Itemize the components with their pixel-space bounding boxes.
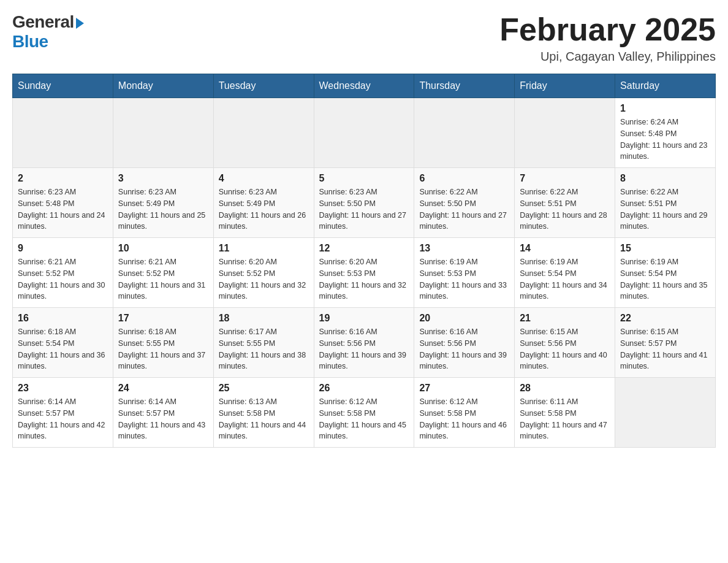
calendar-cell: 16Sunrise: 6:18 AMSunset: 5:54 PMDayligh…: [13, 308, 113, 378]
week-row-1: 1Sunrise: 6:24 AMSunset: 5:48 PMDaylight…: [13, 98, 716, 168]
day-info: Sunrise: 6:17 AMSunset: 5:55 PMDaylight:…: [219, 326, 309, 372]
calendar-cell: 22Sunrise: 6:15 AMSunset: 5:57 PMDayligh…: [615, 308, 716, 378]
day-info: Sunrise: 6:11 AMSunset: 5:58 PMDaylight:…: [520, 396, 610, 442]
day-number: 8: [620, 173, 710, 184]
week-row-2: 2Sunrise: 6:23 AMSunset: 5:48 PMDaylight…: [13, 168, 716, 238]
day-number: 12: [319, 243, 409, 254]
day-number: 6: [419, 173, 509, 184]
day-number: 21: [520, 313, 610, 324]
day-number: 28: [520, 383, 610, 394]
logo-general-text: General: [12, 12, 84, 31]
calendar-cell: [213, 98, 314, 168]
day-info: Sunrise: 6:23 AMSunset: 5:50 PMDaylight:…: [319, 186, 409, 232]
day-number: 16: [18, 313, 108, 324]
month-title: February 2025: [499, 12, 716, 47]
logo-top-row: General: [12, 12, 84, 32]
calendar-cell: 24Sunrise: 6:14 AMSunset: 5:57 PMDayligh…: [113, 378, 213, 448]
calendar-cell: 9Sunrise: 6:21 AMSunset: 5:52 PMDaylight…: [13, 238, 113, 308]
day-number: 19: [319, 313, 409, 324]
calendar-cell: 27Sunrise: 6:12 AMSunset: 5:58 PMDayligh…: [414, 378, 515, 448]
calendar-cell: [615, 378, 716, 448]
day-info: Sunrise: 6:20 AMSunset: 5:53 PMDaylight:…: [319, 256, 409, 302]
day-info: Sunrise: 6:18 AMSunset: 5:54 PMDaylight:…: [18, 326, 108, 372]
day-info: Sunrise: 6:20 AMSunset: 5:52 PMDaylight:…: [219, 256, 309, 302]
day-number: 10: [118, 243, 208, 254]
calendar-cell: 11Sunrise: 6:20 AMSunset: 5:52 PMDayligh…: [213, 238, 314, 308]
day-info: Sunrise: 6:19 AMSunset: 5:53 PMDaylight:…: [419, 256, 509, 302]
day-info: Sunrise: 6:14 AMSunset: 5:57 PMDaylight:…: [118, 396, 208, 442]
logo-arrow-icon: [76, 18, 84, 29]
day-number: 13: [419, 243, 509, 254]
calendar-cell: 8Sunrise: 6:22 AMSunset: 5:51 PMDaylight…: [615, 168, 716, 238]
day-info: Sunrise: 6:24 AMSunset: 5:48 PMDaylight:…: [620, 117, 710, 163]
calendar-cell: 18Sunrise: 6:17 AMSunset: 5:55 PMDayligh…: [213, 308, 314, 378]
day-number: 3: [118, 173, 208, 184]
calendar-cell: [414, 98, 515, 168]
day-info: Sunrise: 6:21 AMSunset: 5:52 PMDaylight:…: [18, 256, 108, 302]
day-number: 23: [18, 383, 108, 394]
calendar-cell: 28Sunrise: 6:11 AMSunset: 5:58 PMDayligh…: [515, 378, 615, 448]
logo-bottom-row: Blue: [12, 32, 48, 52]
week-row-5: 23Sunrise: 6:14 AMSunset: 5:57 PMDayligh…: [13, 378, 716, 448]
calendar-cell: 2Sunrise: 6:23 AMSunset: 5:48 PMDaylight…: [13, 168, 113, 238]
day-info: Sunrise: 6:19 AMSunset: 5:54 PMDaylight:…: [620, 256, 710, 302]
calendar-cell: 15Sunrise: 6:19 AMSunset: 5:54 PMDayligh…: [615, 238, 716, 308]
calendar-cell: 26Sunrise: 6:12 AMSunset: 5:58 PMDayligh…: [314, 378, 414, 448]
calendar-cell: 13Sunrise: 6:19 AMSunset: 5:53 PMDayligh…: [414, 238, 515, 308]
day-number: 5: [319, 173, 409, 184]
day-number: 22: [620, 313, 710, 324]
calendar-cell: 1Sunrise: 6:24 AMSunset: 5:48 PMDaylight…: [615, 98, 716, 168]
day-number: 17: [118, 313, 208, 324]
day-info: Sunrise: 6:15 AMSunset: 5:57 PMDaylight:…: [620, 326, 710, 372]
calendar-cell: 21Sunrise: 6:15 AMSunset: 5:56 PMDayligh…: [515, 308, 615, 378]
day-number: 15: [620, 243, 710, 254]
calendar-cell: 3Sunrise: 6:23 AMSunset: 5:49 PMDaylight…: [113, 168, 213, 238]
calendar-cell: 20Sunrise: 6:16 AMSunset: 5:56 PMDayligh…: [414, 308, 515, 378]
logo-blue-text: Blue: [12, 32, 48, 51]
day-info: Sunrise: 6:18 AMSunset: 5:55 PMDaylight:…: [118, 326, 208, 372]
day-number: 14: [520, 243, 610, 254]
day-info: Sunrise: 6:12 AMSunset: 5:58 PMDaylight:…: [419, 396, 509, 442]
day-info: Sunrise: 6:15 AMSunset: 5:56 PMDaylight:…: [520, 326, 610, 372]
day-number: 27: [419, 383, 509, 394]
day-number: 25: [219, 383, 309, 394]
header-wednesday: Wednesday: [314, 74, 414, 98]
day-info: Sunrise: 6:16 AMSunset: 5:56 PMDaylight:…: [419, 326, 509, 372]
day-info: Sunrise: 6:21 AMSunset: 5:52 PMDaylight:…: [118, 256, 208, 302]
weekday-header-row: Sunday Monday Tuesday Wednesday Thursday…: [13, 74, 716, 98]
calendar-cell: 6Sunrise: 6:22 AMSunset: 5:50 PMDaylight…: [414, 168, 515, 238]
day-info: Sunrise: 6:22 AMSunset: 5:50 PMDaylight:…: [419, 186, 509, 232]
calendar-cell: 19Sunrise: 6:16 AMSunset: 5:56 PMDayligh…: [314, 308, 414, 378]
header-saturday: Saturday: [615, 74, 716, 98]
calendar-cell: 12Sunrise: 6:20 AMSunset: 5:53 PMDayligh…: [314, 238, 414, 308]
day-number: 7: [520, 173, 610, 184]
calendar-cell: 17Sunrise: 6:18 AMSunset: 5:55 PMDayligh…: [113, 308, 213, 378]
day-info: Sunrise: 6:12 AMSunset: 5:58 PMDaylight:…: [319, 396, 409, 442]
day-info: Sunrise: 6:23 AMSunset: 5:49 PMDaylight:…: [118, 186, 208, 232]
calendar-cell: [13, 98, 113, 168]
header-monday: Monday: [113, 74, 213, 98]
logo: General Blue: [12, 12, 84, 52]
day-info: Sunrise: 6:23 AMSunset: 5:49 PMDaylight:…: [219, 186, 309, 232]
day-info: Sunrise: 6:22 AMSunset: 5:51 PMDaylight:…: [520, 186, 610, 232]
calendar-cell: 10Sunrise: 6:21 AMSunset: 5:52 PMDayligh…: [113, 238, 213, 308]
day-info: Sunrise: 6:19 AMSunset: 5:54 PMDaylight:…: [520, 256, 610, 302]
header-sunday: Sunday: [13, 74, 113, 98]
calendar-cell: [515, 98, 615, 168]
week-row-4: 16Sunrise: 6:18 AMSunset: 5:54 PMDayligh…: [13, 308, 716, 378]
calendar-cell: [113, 98, 213, 168]
day-info: Sunrise: 6:23 AMSunset: 5:48 PMDaylight:…: [18, 186, 108, 232]
calendar-cell: [314, 98, 414, 168]
day-number: 18: [219, 313, 309, 324]
calendar-cell: 25Sunrise: 6:13 AMSunset: 5:58 PMDayligh…: [213, 378, 314, 448]
day-info: Sunrise: 6:13 AMSunset: 5:58 PMDaylight:…: [219, 396, 309, 442]
week-row-3: 9Sunrise: 6:21 AMSunset: 5:52 PMDaylight…: [13, 238, 716, 308]
header-tuesday: Tuesday: [213, 74, 314, 98]
calendar-table: Sunday Monday Tuesday Wednesday Thursday…: [12, 74, 716, 448]
calendar-cell: 7Sunrise: 6:22 AMSunset: 5:51 PMDaylight…: [515, 168, 615, 238]
day-number: 11: [219, 243, 309, 254]
calendar-cell: 23Sunrise: 6:14 AMSunset: 5:57 PMDayligh…: [13, 378, 113, 448]
day-info: Sunrise: 6:16 AMSunset: 5:56 PMDaylight:…: [319, 326, 409, 372]
page-header: General Blue February 2025 Upi, Cagayan …: [12, 12, 716, 64]
day-number: 24: [118, 383, 208, 394]
